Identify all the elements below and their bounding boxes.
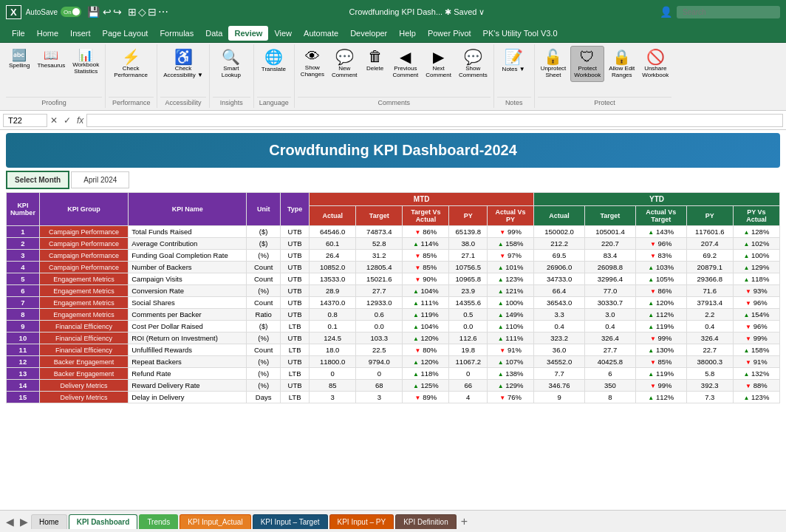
mtd-target: Target [356, 206, 403, 226]
menu-pk-utility[interactable]: PK's Utility Tool V3.0 [477, 26, 564, 41]
table-row-ytd-py: 38000.3 [686, 356, 733, 368]
show-comments-button[interactable]: 💬 ShowComments [456, 46, 491, 81]
toolbar-table-icon[interactable]: ⊞ [128, 6, 137, 18]
table-row-mtd-py: 19.8 [449, 344, 488, 356]
add-sheet-button[interactable]: + [458, 515, 471, 528]
autosave-toggle[interactable]: On [61, 7, 81, 17]
table-row-type: LTB [281, 392, 310, 403]
toolbar-filter-icon[interactable]: ⊟ [148, 6, 157, 18]
unshare-workbook-button[interactable]: 🚫 UnshareWorkbook [639, 46, 671, 81]
menu-formulas[interactable]: Formulas [154, 26, 199, 41]
spelling-button[interactable]: 🔤 Spelling [6, 46, 33, 71]
cell-reference[interactable] [3, 114, 47, 127]
toolbar-shapes-icon[interactable]: ◇ [138, 6, 146, 18]
tab-trends[interactable]: Trends [139, 514, 178, 529]
delete-comment-button[interactable]: 🗑 Delete [362, 46, 389, 74]
table-row-unit: Count [247, 344, 281, 356]
table-row-ytd-actual: 346.76 [534, 380, 585, 392]
check-performance-button[interactable]: ⚡ CheckPerformance [109, 46, 153, 81]
table-row-unit: Days [247, 392, 281, 403]
table-row-ytd-actual: 66.4 [534, 285, 585, 297]
tab-kpi-input-py[interactable]: KPI Input – PY [329, 514, 394, 529]
table-row-ytd-pyva: ▲ 118% [733, 273, 779, 285]
menu-home[interactable]: Home [31, 26, 64, 41]
tab-kpi-dashboard[interactable]: KPI Dashboard [69, 514, 138, 529]
allow-edit-ranges-button[interactable]: 🔒 Allow EditRanges [606, 46, 638, 81]
select-month-button[interactable]: Select Month [6, 171, 69, 189]
table-row-group: Engagement Metrics [39, 285, 128, 297]
table-row-ytd-pyva: ▲ 100% [733, 250, 779, 262]
next-comment-button[interactable]: ▶ NextComment [423, 46, 454, 81]
smart-lookup-button[interactable]: 🔍 SmartLookup [213, 46, 250, 81]
table-row-mtd-target: 12933.0 [356, 297, 403, 309]
toolbar-redo-icon[interactable]: ↪ [113, 6, 122, 18]
table-row-ytd-target: 350 [585, 380, 636, 392]
table-row-ytd-py: 0.4 [686, 321, 733, 332]
formula-confirm-icon[interactable]: ✓ [64, 115, 71, 126]
tab-kpi-input-target[interactable]: KPI Input – Target [253, 514, 328, 529]
toolbar-more-icon[interactable]: ⋯ [158, 6, 168, 18]
table-row-mtd-avspy: ▲ 100% [488, 297, 534, 309]
table-row-mtd-tvsa: ▼ 85% [403, 250, 449, 262]
table-row-ytd-target: 83.4 [585, 250, 636, 262]
col-kpi-number: KPINumber [7, 193, 40, 226]
table-row-mtd-py: 112.6 [449, 332, 488, 344]
toolbar-save-icon[interactable]: 💾 [87, 6, 100, 18]
unprotect-sheet-button[interactable]: 🔓 UnprotectSheet [538, 46, 570, 81]
table-row-type: UTB [281, 332, 310, 344]
previous-comment-button[interactable]: ◀ PreviousComment [390, 46, 422, 81]
col-unit: Unit [247, 193, 281, 226]
table-row-ytd-pyva: ▲ 123% [733, 392, 779, 403]
tab-nav-prev[interactable]: ◀ [3, 516, 17, 528]
menu-file[interactable]: File [6, 26, 31, 41]
table-row-type: UTB [281, 285, 310, 297]
table-row-ytd-avst: ▼ 83% [635, 250, 686, 262]
table-row-ytd-target: 220.7 [585, 238, 636, 250]
table-row-mtd-actual: 3 [310, 392, 356, 403]
table-row-mtd-tvsa: ▲ 120% [403, 332, 449, 344]
table-row-num: 11 [7, 344, 40, 356]
new-comment-button[interactable]: 💬 NewComment [329, 46, 360, 81]
table-row-ytd-actual: 36.0 [534, 344, 585, 356]
menu-insert[interactable]: Insert [64, 26, 97, 41]
table-row-mtd-py: 0 [449, 368, 488, 380]
ribbon-group-insights: 🔍 SmartLookup Insights [210, 44, 254, 108]
toolbar-undo-icon[interactable]: ↩ [103, 6, 112, 18]
tab-kpi-definition[interactable]: KPI Definition [395, 514, 457, 529]
table-row-type: UTB [281, 262, 310, 273]
protect-workbook-button[interactable]: 🛡 ProtectWorkbook [570, 46, 604, 82]
table-row-mtd-actual: 0 [310, 368, 356, 380]
menu-automate[interactable]: Automate [298, 26, 344, 41]
table-row-ytd-pyva: ▼ 99% [733, 332, 779, 344]
formula-cancel-icon[interactable]: ✕ [50, 115, 58, 126]
show-changes-button[interactable]: 👁 ShowChanges [298, 46, 327, 81]
check-accessibility-button[interactable]: ♿ CheckAccessibility ▼ [160, 46, 206, 81]
table-row-ytd-pyva: ▼ 96% [733, 321, 779, 332]
table-row-mtd-avspy: ▼ 76% [488, 392, 534, 403]
table-row-ytd-pyva: ▼ 96% [733, 297, 779, 309]
menu-page-layout[interactable]: Page Layout [97, 26, 154, 41]
menu-help[interactable]: Help [393, 26, 422, 41]
tab-kpi-input-actual[interactable]: KPI Input_Actual [180, 514, 251, 529]
table-row-mtd-avspy: ▲ 110% [488, 321, 534, 332]
workbook-statistics-button[interactable]: 📊 WorkbookStatistics [69, 46, 102, 78]
formula-fx-icon[interactable]: fx [77, 115, 83, 126]
table-row-mtd-target: 22.5 [356, 344, 403, 356]
table-row-ytd-target: 6 [585, 368, 636, 380]
menu-developer[interactable]: Developer [344, 26, 393, 41]
menu-review[interactable]: Review [228, 26, 268, 41]
menu-power-pivot[interactable]: Power Pivot [422, 26, 477, 41]
menu-data[interactable]: Data [199, 26, 228, 41]
tab-nav-next[interactable]: ▶ [17, 516, 31, 528]
formula-input[interactable] [86, 114, 783, 127]
notes-button[interactable]: 📝 Notes ▼ [497, 46, 530, 75]
translate-button[interactable]: 🌐 Translate [257, 46, 290, 75]
menu-view[interactable]: View [268, 26, 298, 41]
autosave-label: AutoSave [26, 8, 58, 16]
ytd-avst: Actual VsTarget [635, 206, 686, 226]
thesaurus-button[interactable]: 📖 Thesaurus [34, 46, 68, 71]
search-input[interactable] [677, 6, 780, 18]
tab-home[interactable]: Home [31, 514, 67, 529]
table-row-unit: (%) [247, 285, 281, 297]
mtd-py: PY [449, 206, 488, 226]
